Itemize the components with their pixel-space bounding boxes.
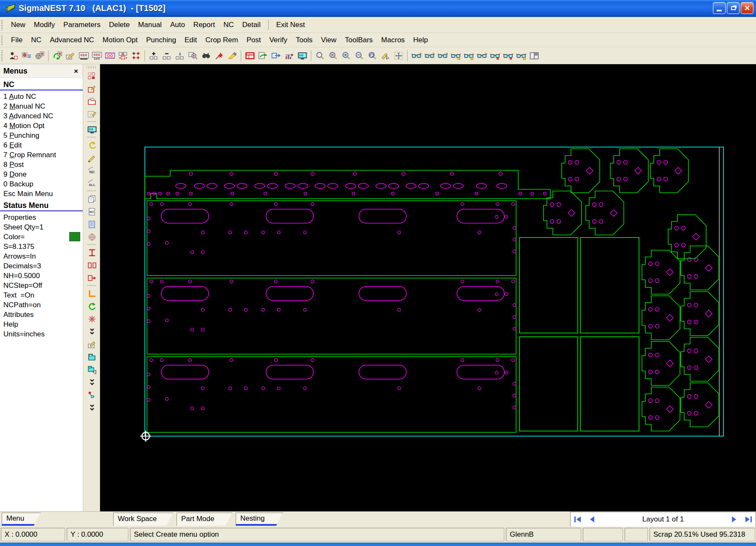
menu-option-text-on[interactable]: Text =On [0,290,83,300]
monitor-small-button[interactable] [86,124,98,135]
menu-option-1-auto-nc[interactable]: 1 Auto NC [0,92,83,101]
menu-item-nc[interactable]: NC [219,19,238,30]
menu-item-detail[interactable]: Detail [238,19,264,30]
bar-chart-button[interactable] [283,50,295,61]
menu-item-verify[interactable]: Verify [265,35,292,45]
yellow-pencil-button[interactable] [86,152,98,163]
view-nest-2-button[interactable] [423,50,435,61]
pane-box-button[interactable] [528,50,540,61]
menu-option-0-backup[interactable]: 0 Backup [0,179,83,189]
cyan-part-arrow-button[interactable] [86,364,98,375]
highlight-tool-button[interactable] [226,50,238,61]
cyan-part-button[interactable] [86,351,98,362]
zoom-in-button[interactable] [340,50,352,61]
menu-option-3-advanced-nc[interactable]: 3 Advanced NC [0,111,83,121]
menu-option-9-done[interactable]: 9 Done [0,169,83,179]
ccc-sheet-1-button[interactable]: ccc [77,50,90,61]
zoom-part-button[interactable] [187,50,199,61]
menu-option-7-crop-remnant[interactable]: 7 Crop Remnant [0,150,83,160]
menu-item-parameters[interactable]: Parameters [59,19,105,30]
menu-item-tools[interactable]: Tools [291,35,317,45]
close-button[interactable]: ✕ [741,2,753,14]
menu-option-ncpath-on[interactable]: NCPath=on [0,300,83,310]
first-layout-button[interactable] [571,514,585,525]
view-nest-6-button[interactable] [476,50,488,61]
oo-box-button[interactable] [103,50,116,61]
menu-item-toolbars[interactable]: ToolBars [340,35,377,45]
sphere-add-button[interactable] [33,50,46,61]
menu-option-nh-0-5000[interactable]: NH=0.5000 [0,271,83,281]
menu-item-crop-rem[interactable]: Crop Rem [201,35,242,45]
menu-item-file[interactable]: File [7,35,27,45]
view-nest-9-button[interactable] [515,50,527,61]
menu-option-s-8-1375[interactable]: S=8.1375 [0,242,83,251]
item-info-button[interactable]: i [174,50,186,61]
view-nest-7-button[interactable] [489,50,501,61]
previous-layout-button[interactable] [585,514,599,525]
tab-part-mode[interactable]: Part Mode [177,513,232,526]
more-chevron-3-button[interactable] [86,402,98,413]
minimize-button[interactable] [713,2,726,14]
export-box-button[interactable] [270,50,282,61]
all-cloud-button[interactable]: ALL [86,177,98,188]
tab-menu[interactable]: Menu [2,513,41,526]
menu-item-edit[interactable]: Edit [180,35,201,45]
nc-doc-button[interactable]: NC [86,206,98,217]
more-chevron-2-button[interactable] [86,377,98,388]
menu-option-sheet-qty-1[interactable]: Sheet Qty=1 [0,222,83,232]
red-grid-button[interactable] [86,70,98,81]
menu-item-motion-opt[interactable]: Motion Opt [98,35,142,45]
menu-option-decimals-3[interactable]: Decimals=3 [0,261,83,271]
menu-option-8-post[interactable]: 8 Post [0,160,83,169]
copy-stack-button[interactable] [86,193,98,204]
menu-option-ncstep-off[interactable]: NCStep=Off [0,281,83,290]
view-nest-3-button[interactable] [436,50,449,61]
menu-option-2-manual-nc[interactable]: 2 Manual NC [0,101,83,111]
cc-grid-button[interactable]: cc [117,50,129,61]
menu-option-arrows-in[interactable]: Arrows=In [0,251,83,261]
remove-item-button[interactable] [160,50,173,61]
tab-work-space[interactable]: Work Space [113,513,173,526]
red-pair-button[interactable] [86,259,98,270]
red-export-button[interactable] [86,272,98,283]
menu-option-esc-main-menu[interactable]: Esc Main Menu [0,189,83,199]
menu-item-auto[interactable]: Auto [166,19,189,30]
add-item-button[interactable] [147,50,160,61]
menu-option-properties[interactable]: Properties [0,213,83,222]
edit-red-box-button[interactable] [86,83,98,94]
view-nest-4-button[interactable] [449,50,462,61]
menu-exit-nest[interactable]: Exit Nest [272,19,309,30]
verify-pencil-button[interactable] [379,50,392,61]
menu-option-units-inches[interactable]: Units=inches [0,329,83,339]
red-beam-button[interactable] [86,247,98,258]
zoom-previous-button[interactable] [366,50,378,61]
sheet-arrow-button[interactable] [257,50,269,61]
zoom-out-button[interactable] [353,50,365,61]
close-panel-icon[interactable]: × [73,67,79,76]
last-layout-button[interactable] [741,514,756,525]
menu-item-view[interactable]: View [317,35,341,45]
blue-doc-button[interactable] [86,218,98,229]
yellow-return-button[interactable] [86,139,98,150]
node-tool-button[interactable] [86,389,98,400]
restore-button[interactable] [727,2,740,14]
zoom-window-button[interactable] [327,50,339,61]
menu-option-6-edit[interactable]: 6 Edit [0,140,83,150]
return-part-button[interactable] [51,50,63,61]
monitor-button[interactable] [296,50,308,61]
menu-item-modify[interactable]: Modify [30,19,59,30]
table-tool-button[interactable] [244,50,256,61]
sheet-color-swatch[interactable] [69,232,80,241]
open-part-button[interactable] [86,96,98,106]
menu-option-help[interactable]: Help [0,319,83,329]
menu-option-5-punching[interactable]: 5 Punching [0,131,83,140]
menu-option-4-motion-opt[interactable]: 4 Motion Opt [0,121,83,131]
zoom-button[interactable] [314,50,326,61]
orange-corner-button[interactable] [86,288,98,299]
nesting-canvas[interactable] [100,64,756,511]
menu-item-nc[interactable]: NC [27,35,46,45]
pencil-box-button[interactable] [86,339,98,349]
menu-item-manual[interactable]: Manual [134,19,166,30]
menu-item-new[interactable]: New [7,19,30,30]
green-rotate-button[interactable] [86,300,98,311]
